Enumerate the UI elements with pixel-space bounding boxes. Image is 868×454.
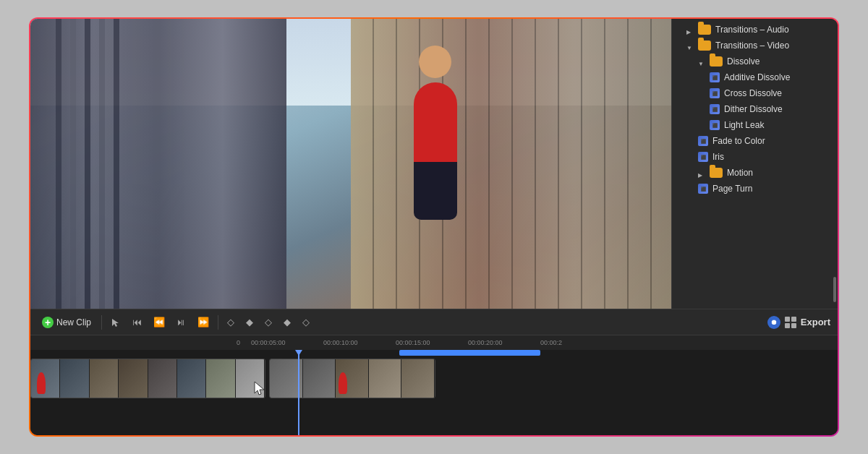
tree-item-dither-dissolve[interactable]: Dither Dissolve — [672, 101, 838, 117]
ruler-mark-15: 00:00:15:00 — [396, 339, 468, 346]
app-window: Transitions – Audio Transitions – Video … — [29, 17, 839, 437]
tree-item-iris[interactable]: Iris — [672, 149, 838, 165]
tree-item-fade-to-color[interactable]: Fade to Color — [672, 133, 838, 149]
timeline-ruler: 0 00:00:05:00 00:00:10:00 00:00:15:00 00… — [30, 335, 838, 350]
chevron-right-icon — [686, 26, 694, 33]
figure-head — [419, 46, 451, 78]
frame-4 — [119, 359, 148, 398]
figure — [392, 33, 479, 280]
frame-d — [369, 359, 402, 398]
scrollbar-thumb[interactable] — [833, 277, 836, 302]
settings-grid-icon — [785, 317, 796, 328]
svg-marker-0 — [112, 319, 119, 327]
selection-range[interactable] — [399, 350, 540, 356]
tree-item-dissolve[interactable]: Dissolve — [672, 53, 838, 69]
fade-to-color-label: Fade to Color — [712, 136, 765, 146]
folder-icon — [698, 25, 711, 35]
tree-item-light-leak[interactable]: Light Leak — [672, 117, 838, 133]
main-area: Transitions – Audio Transitions – Video … — [30, 19, 838, 309]
clip-figure-2 — [339, 372, 347, 394]
add-clip-icon: + — [42, 317, 54, 328]
video-clip-1[interactable] — [30, 359, 265, 398]
timeline-toolbar: + New Clip ⏮ ⏪ ⏯ ⏩ ◇ ◆ ◇ ◆ ◇ ⏺ — [30, 309, 838, 335]
export-area: ⏺ Export — [767, 316, 830, 329]
new-clip-label: New Clip — [56, 317, 91, 327]
timeline-tracks[interactable] — [30, 350, 838, 435]
transitions-list[interactable]: Transitions – Audio Transitions – Video … — [672, 19, 838, 306]
tree-item-motion[interactable]: Motion — [672, 165, 838, 181]
ruler-mark-5: 00:00:05:00 — [251, 339, 323, 346]
columns-bg — [30, 19, 286, 309]
tree-item-additive-dissolve[interactable]: Additive Dissolve — [672, 69, 838, 85]
clip-frames-1 — [31, 359, 265, 398]
frame-6 — [177, 359, 206, 398]
frame-e — [401, 359, 435, 398]
clear-marker-button[interactable]: ◇ — [299, 315, 312, 329]
play-button[interactable]: ⏯ — [174, 315, 189, 329]
chevron-down-icon — [686, 42, 694, 49]
folder-icon — [698, 40, 711, 51]
frame-2 — [60, 359, 89, 398]
ruler-mark-0: 0 — [237, 339, 251, 346]
light-leak-label: Light Leak — [724, 120, 764, 130]
export-button[interactable]: Export — [801, 317, 830, 327]
ruler-mark-10: 00:00:10:00 — [323, 339, 396, 346]
figure-body — [414, 82, 457, 169]
transition-icon — [710, 120, 720, 130]
toolbar-divider-2 — [218, 315, 218, 330]
mark-clip-button[interactable]: ◇ — [262, 315, 275, 329]
tree-item-transitions-video[interactable]: Transitions – Video — [672, 38, 838, 53]
new-clip-button[interactable]: + New Clip — [38, 315, 95, 330]
scene — [30, 19, 671, 309]
frame-b — [303, 359, 336, 398]
page-turn-label: Page Turn — [712, 184, 752, 194]
iris-label: Iris — [712, 152, 724, 162]
mark-out-button[interactable]: ◆ — [243, 315, 256, 329]
frame-c — [336, 359, 369, 398]
transition-icon — [698, 184, 708, 194]
rewind-button[interactable]: ⏪ — [150, 315, 168, 329]
video-preview — [30, 19, 671, 309]
dither-dissolve-label: Dither Dissolve — [724, 104, 783, 114]
clip-frames-2 — [270, 359, 435, 398]
chevron-right-icon — [698, 169, 705, 176]
transitions-video-label: Transitions – Video — [715, 40, 789, 51]
figure-legs — [414, 162, 457, 220]
frame-1 — [31, 359, 60, 398]
add-marker-button[interactable]: ◆ — [281, 315, 294, 329]
cross-dissolve-label: Cross Dissolve — [724, 88, 782, 98]
select-tool-button[interactable] — [108, 316, 124, 329]
frame-8 — [236, 359, 265, 398]
transitions-audio-label: Transitions – Audio — [715, 25, 789, 35]
playhead[interactable] — [298, 350, 299, 435]
pointer-icon — [111, 317, 121, 327]
motion-label: Motion — [727, 168, 753, 178]
folder-icon — [710, 168, 723, 178]
frame-3 — [90, 359, 119, 398]
transition-icon — [698, 152, 708, 162]
share-icon: ⏺ — [767, 316, 780, 329]
playhead-handle — [295, 350, 302, 356]
folder-icon — [710, 56, 723, 67]
mark-in-button[interactable]: ◇ — [224, 315, 237, 329]
transitions-panel: Transitions – Audio Transitions – Video … — [671, 19, 838, 309]
timeline-area: + New Clip ⏮ ⏪ ⏯ ⏩ ◇ ◆ ◇ ◆ ◇ ⏺ — [30, 309, 838, 435]
tree-item-cross-dissolve[interactable]: Cross Dissolve — [672, 85, 838, 101]
chevron-down-icon — [698, 58, 705, 65]
tree-item-page-turn[interactable]: Page Turn — [672, 181, 838, 197]
transition-icon — [698, 136, 708, 146]
frame-5 — [148, 359, 177, 398]
transition-icon — [710, 88, 720, 98]
transition-icon — [710, 72, 720, 82]
frame-7 — [206, 359, 235, 398]
transition-icon — [710, 104, 720, 114]
tree-item-transitions-audio[interactable]: Transitions – Audio — [672, 22, 838, 38]
ruler-mark-20: 00:00:20:00 — [468, 339, 540, 346]
video-clip-2[interactable] — [269, 359, 435, 398]
clip-figure — [37, 372, 46, 394]
ruler-mark-end: 00:00:2 — [540, 339, 613, 346]
skip-back-button[interactable]: ⏮ — [129, 315, 145, 329]
ruler-marks: 0 00:00:05:00 00:00:10:00 00:00:15:00 00… — [237, 339, 838, 346]
dissolve-label: Dissolve — [727, 56, 760, 67]
fast-forward-button[interactable]: ⏩ — [195, 315, 212, 329]
